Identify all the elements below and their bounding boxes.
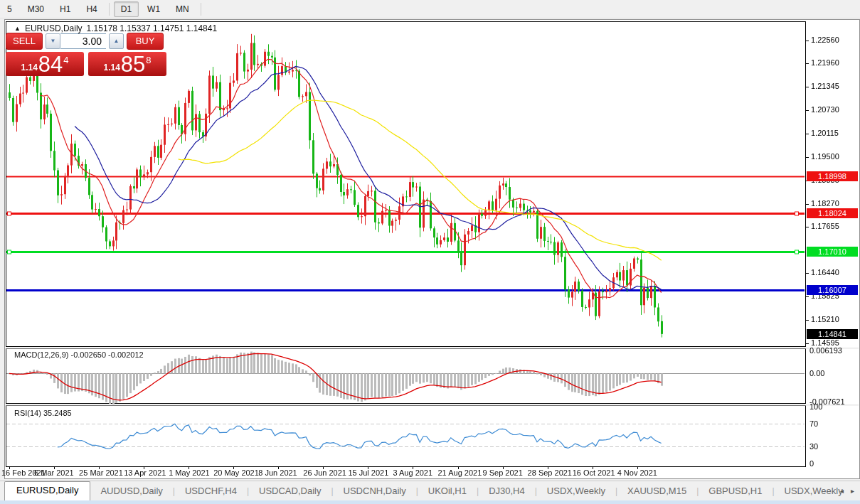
status-strip xyxy=(0,500,860,504)
price-level-badge: 1.18998 xyxy=(807,171,858,181)
tab-scroll-nav: ◂ ▸ xyxy=(840,487,854,495)
timeframe-button-m30[interactable]: M30 xyxy=(21,1,51,17)
date-axis-label: 21 Aug 2021 xyxy=(438,468,482,477)
date-axis-label: 4 Nov 2021 xyxy=(617,468,657,477)
sell-price-pip-digit: 4 xyxy=(63,55,68,65)
sell-button[interactable]: SELL xyxy=(6,33,43,50)
chevron-down-icon: ▼ xyxy=(51,38,56,44)
symbol-tab-4[interactable]: USDCNH,Daily xyxy=(334,483,416,500)
symbol-tab-bar: EURUSD,DailyAUDUSD,Daily|USDCHF,H4|USDCA… xyxy=(0,481,860,500)
price-axis-tick-label: 1.16440 xyxy=(811,268,839,277)
scroll-tabs-right-icon[interactable]: ▸ xyxy=(851,487,854,495)
timeframe-button-mn[interactable]: MN xyxy=(169,1,196,17)
timeframe-button-w1[interactable]: W1 xyxy=(140,1,167,17)
date-axis-label: 20 May 2021 xyxy=(213,468,259,477)
symbol-tab-2[interactable]: USDCHF,H4 xyxy=(175,483,247,500)
rsi-axis-label: 0 xyxy=(809,459,814,468)
price-level-badge: 1.17010 xyxy=(807,247,858,257)
chart-header: ▲ EURUSD,Daily 1.15178 1.15337 1.14751 1… xyxy=(14,23,217,33)
price-axis-tick-label: 1.15210 xyxy=(811,315,839,323)
price-axis-tick-label: 1.21960 xyxy=(811,58,839,67)
symbol-tab-5[interactable]: UKOil,H1 xyxy=(418,483,477,500)
price-axis-tick-label: 1.21345 xyxy=(811,82,839,90)
price-axis-tick-label: 1.17655 xyxy=(811,222,839,230)
date-axis-label: 16 Oct 2021 xyxy=(573,468,615,477)
macd-axis-label: 0.006193 xyxy=(809,346,842,355)
rsi-indicator-label: RSI(14) 35.2485 xyxy=(14,409,72,417)
symbol-tab-6[interactable]: DJ30,H4 xyxy=(479,483,535,500)
date-axis-label: 13 Apr 2021 xyxy=(124,468,166,477)
symbol-tab-1[interactable]: AUDUSD,Daily xyxy=(90,483,172,500)
date-axis-label: 28 Sep 2021 xyxy=(528,468,572,477)
price-axis-tick-label: 1.18270 xyxy=(811,199,839,208)
timeframe-button-d1[interactable]: D1 xyxy=(114,1,139,17)
date-axis-label: 3 Aug 2021 xyxy=(393,468,432,477)
symbol-tab-7[interactable]: USDX,Weekly xyxy=(537,483,615,500)
date-axis-label: 15 Jul 2021 xyxy=(348,468,388,477)
date-axis-label: 1 May 2021 xyxy=(169,468,209,477)
timeframe-button-h4[interactable]: H4 xyxy=(79,1,104,17)
symbol-tab-0[interactable]: EURUSD,Daily xyxy=(4,481,90,500)
chevron-up-icon: ▲ xyxy=(114,38,120,44)
macd-axis-label: 0.00 xyxy=(809,369,824,377)
sell-price-prefix: 1.14 xyxy=(21,63,37,73)
buy-button[interactable]: BUY xyxy=(127,33,164,50)
date-axis-label: 9 Sep 2021 xyxy=(483,468,523,477)
sell-price-display[interactable]: 1.14 84 4 xyxy=(6,52,84,76)
toolbar-separator xyxy=(109,3,110,16)
buy-price-prefix: 1.14 xyxy=(103,63,120,73)
price-axis-tick-label: 1.19500 xyxy=(811,152,839,161)
one-click-trade-panel: SELL ▼ ▲ BUY 1.14 84 4 1.14 85 8 xyxy=(6,33,166,76)
price-axis-tick-label: 1.20730 xyxy=(811,105,839,114)
date-axis-label: 25 Mar 2021 xyxy=(79,468,123,477)
buy-price-display[interactable]: 1.14 85 8 xyxy=(88,52,166,76)
volume-decrease-button[interactable]: ▼ xyxy=(46,33,60,49)
chart-ohlc-values: 1.15178 1.15337 1.14751 1.14841 xyxy=(87,23,218,33)
symbol-tab-3[interactable]: USDCAD,Daily xyxy=(249,483,331,500)
rsi-axis-label: 30 xyxy=(809,442,818,451)
price-level-badge: 1.16007 xyxy=(807,285,858,295)
price-level-badge: 1.14841 xyxy=(807,329,858,339)
symbol-tab-8[interactable]: XAUUSD,M15 xyxy=(617,483,696,500)
date-axis-label: 8 Jun 2021 xyxy=(258,468,297,477)
price-axis-tick-label: 1.22560 xyxy=(811,36,839,44)
rsi-axis-label: 70 xyxy=(809,419,818,428)
volume-increase-button[interactable]: ▲ xyxy=(109,33,124,49)
date-axis-label: 6 Mar 2021 xyxy=(34,468,74,477)
volume-input[interactable] xyxy=(60,33,106,49)
price-level-badge: 1.18024 xyxy=(807,208,858,218)
buy-price-big-digits: 85 xyxy=(121,55,145,75)
collapse-arrow-icon[interactable]: ▲ xyxy=(14,25,21,32)
scroll-tabs-left-icon[interactable]: ◂ xyxy=(840,487,844,495)
date-axis-label: 26 Jun 2021 xyxy=(303,468,346,477)
timeframe-toolbar: 5M30H1H4D1W1MN xyxy=(0,0,860,18)
symbol-tab-9[interactable]: GBPUSD,H1 xyxy=(699,483,772,500)
rsi-axis-label: 100 xyxy=(809,402,822,411)
timeframe-button-5[interactable]: 5 xyxy=(0,1,19,17)
chart-symbol-label: EURUSD,Daily xyxy=(25,23,83,33)
sell-price-big-digits: 84 xyxy=(38,55,63,75)
toolbar-separator xyxy=(201,3,201,16)
price-axis-tick-label: 1.20115 xyxy=(811,129,839,137)
timeframe-button-h1[interactable]: H1 xyxy=(53,1,78,17)
buy-price-pip-digit: 8 xyxy=(146,55,151,65)
macd-indicator-label: MACD(12,26,9) -0.002650 -0.002012 xyxy=(14,350,144,359)
